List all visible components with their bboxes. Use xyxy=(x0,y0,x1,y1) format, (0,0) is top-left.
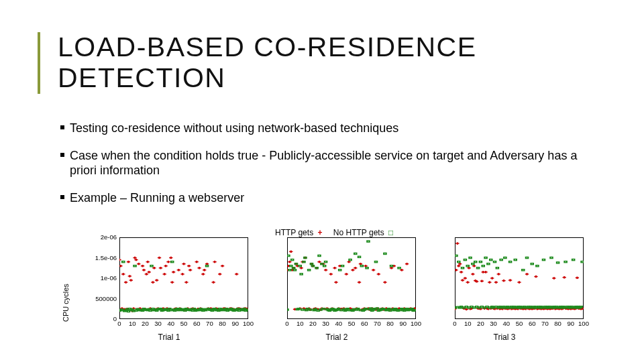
slide-title: LOAD-BASED CO-RESIDENCE DETECTION xyxy=(58,32,624,94)
y-tick-label: 2e-06 xyxy=(101,234,119,241)
svg-rect-502 xyxy=(288,269,290,271)
svg-rect-818 xyxy=(477,267,479,269)
svg-rect-241 xyxy=(171,261,173,263)
svg-rect-500 xyxy=(287,309,288,310)
svg-rect-530 xyxy=(325,261,327,263)
svg-rect-569 xyxy=(375,261,377,263)
svg-rect-529 xyxy=(323,265,325,267)
svg-rect-525 xyxy=(318,255,320,256)
x-tick-label: 50 xyxy=(516,320,523,327)
x-tick-label: 100 xyxy=(411,320,421,327)
svg-rect-833 xyxy=(496,267,498,269)
bullet-2: Case when the condition holds true - Pub… xyxy=(60,148,604,178)
plot-panel: 0102030405060708090100Trial 3 xyxy=(423,237,586,345)
svg-rect-803 xyxy=(458,261,460,263)
svg-rect-225 xyxy=(150,265,152,267)
x-tick-label: 100 xyxy=(243,320,254,327)
x-axis-label: Trial 1 xyxy=(87,333,251,342)
legend-marker-square: □ xyxy=(386,228,395,237)
legend-marker-plus: + xyxy=(315,228,324,237)
x-axis-label: Trial 2 xyxy=(255,333,419,342)
svg-rect-828 xyxy=(490,259,492,260)
svg-rect-847 xyxy=(515,259,517,260)
x-axis-label: Trial 3 xyxy=(423,333,586,342)
svg-rect-501 xyxy=(287,255,289,256)
svg-rect-886 xyxy=(564,261,566,263)
x-tick-label: 20 xyxy=(309,320,317,327)
svg-rect-563 xyxy=(367,241,369,242)
svg-rect-864 xyxy=(536,265,538,267)
svg-rect-822 xyxy=(482,265,484,267)
x-tick-label: 30 xyxy=(490,320,497,327)
x-tick-label: 100 xyxy=(578,320,589,327)
bullet-1: Testing co-residence without using netwo… xyxy=(60,121,604,136)
svg-rect-510 xyxy=(299,265,301,267)
x-tick-label: 60 xyxy=(529,320,536,327)
x-tick-label: 0 xyxy=(117,320,121,327)
svg-rect-826 xyxy=(487,263,489,265)
x-tick-label: 90 xyxy=(232,320,239,327)
svg-rect-506 xyxy=(294,269,296,271)
svg-rect-814 xyxy=(472,263,474,265)
svg-rect-843 xyxy=(509,261,511,263)
scatter-svg xyxy=(119,237,248,319)
scatter-svg xyxy=(287,237,416,319)
svg-rect-553 xyxy=(354,253,356,254)
x-tick-label: 70 xyxy=(374,320,381,327)
x-tick-label: 10 xyxy=(464,320,472,327)
svg-rect-203 xyxy=(122,261,124,263)
x-tick-label: 40 xyxy=(168,320,175,327)
svg-rect-880 xyxy=(557,262,559,263)
x-tick-label: 20 xyxy=(142,320,149,327)
x-tick-label: 40 xyxy=(335,320,343,327)
x-tick-label: 0 xyxy=(453,320,456,327)
x-tick-label: 10 xyxy=(129,320,136,327)
svg-rect-512 xyxy=(301,309,303,310)
svg-rect-581 xyxy=(390,265,392,267)
x-tick-label: 90 xyxy=(400,320,407,327)
x-tick-label: 30 xyxy=(322,320,329,327)
y-axis-label: CPU cycles xyxy=(62,284,70,322)
x-tick-label: 80 xyxy=(219,320,226,327)
svg-rect-541 xyxy=(339,269,341,271)
svg-rect-587 xyxy=(398,267,400,269)
legend-item-1: HTTP gets xyxy=(275,228,313,237)
svg-rect-824 xyxy=(484,257,486,258)
svg-rect-808 xyxy=(464,259,466,260)
svg-rect-517 xyxy=(308,269,310,271)
x-tick-label: 80 xyxy=(554,320,561,327)
svg-rect-892 xyxy=(572,259,574,260)
title-area: LOAD-BASED CO-RESIDENCE DETECTION xyxy=(38,32,624,94)
x-tick-label: 0 xyxy=(285,320,288,327)
x-tick-label: 70 xyxy=(206,320,213,327)
slide-body: Testing co-residence without using netwo… xyxy=(60,121,604,217)
x-tick-label: 80 xyxy=(386,320,394,327)
svg-rect-556 xyxy=(358,256,360,257)
plot-panel: 05000001e-061.5e-062e-060102030405060708… xyxy=(87,237,251,345)
y-tick-label: 1.5e-06 xyxy=(95,255,119,261)
x-tick-label: 70 xyxy=(541,320,549,327)
svg-rect-268 xyxy=(206,265,208,267)
x-tick-label: 90 xyxy=(568,320,575,327)
x-tick-label: 60 xyxy=(361,320,368,327)
svg-rect-806 xyxy=(462,267,464,269)
svg-rect-801 xyxy=(455,255,457,256)
svg-rect-836 xyxy=(500,259,502,260)
plots-row: 05000001e-061.5e-062e-060102030405060708… xyxy=(87,237,586,345)
y-tick-label: 1e-06 xyxy=(101,275,119,282)
bullet-3: Example – Running a webserver xyxy=(60,190,604,206)
svg-rect-549 xyxy=(349,259,351,260)
svg-rect-543 xyxy=(341,265,343,267)
svg-rect-839 xyxy=(504,257,506,258)
svg-rect-820 xyxy=(480,261,482,263)
chart-block: HTTP gets + No HTTP gets □ CPU cycles 05… xyxy=(60,228,590,349)
scatter-svg xyxy=(455,237,584,319)
y-tick-label: 500000 xyxy=(95,296,119,302)
x-tick-label: 50 xyxy=(348,320,356,327)
x-tick-label: 40 xyxy=(503,320,511,327)
x-tick-label: 30 xyxy=(154,320,162,327)
svg-rect-856 xyxy=(526,257,528,258)
svg-rect-810 xyxy=(466,265,468,267)
x-tick-label: 50 xyxy=(180,320,188,327)
svg-rect-212 xyxy=(133,265,136,267)
